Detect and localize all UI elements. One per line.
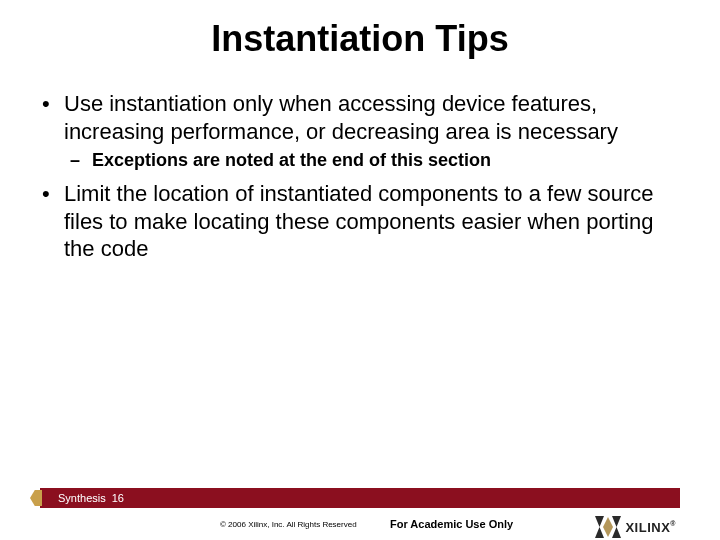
svg-marker-1 (595, 527, 604, 538)
slide-footer: Synthesis 16 © 2006 Xilinx, Inc. All Rig… (0, 488, 720, 540)
bullet-text: Use instantiation only when accessing de… (64, 91, 618, 144)
sub-bullet-item: Exceptions are noted at the end of this … (64, 149, 684, 172)
bullet-text: Limit the location of instantiated compo… (64, 181, 653, 261)
footer-bottom-row: © 2006 Xilinx, Inc. All Rights Reserved … (0, 514, 720, 540)
slide-content: Use instantiation only when accessing de… (0, 70, 720, 263)
svg-marker-4 (603, 517, 613, 537)
footer-page-number: 16 (112, 492, 124, 504)
footer-section: Synthesis (58, 492, 106, 504)
bullet-item: Limit the location of instantiated compo… (36, 180, 684, 263)
svg-marker-0 (595, 516, 604, 527)
slide-title: Instantiation Tips (0, 0, 720, 70)
logo-name: XILINX (625, 520, 670, 535)
registered-mark: ® (670, 520, 676, 527)
footer-bar: Synthesis 16 (40, 488, 680, 508)
sub-bullet-list: Exceptions are noted at the end of this … (64, 149, 684, 172)
bullet-item: Use instantiation only when accessing de… (36, 90, 684, 172)
slide: Instantiation Tips Use instantiation onl… (0, 0, 720, 540)
svg-marker-2 (612, 516, 621, 527)
xilinx-logo-text: XILINX® (625, 520, 676, 535)
sub-bullet-text: Exceptions are noted at the end of this … (92, 150, 491, 170)
xilinx-logo-icon (595, 516, 621, 538)
footer-academic-note: For Academic Use Only (390, 518, 513, 530)
footer-copyright: © 2006 Xilinx, Inc. All Rights Reserved (220, 520, 357, 529)
bullet-list: Use instantiation only when accessing de… (36, 90, 684, 263)
svg-marker-3 (612, 527, 621, 538)
xilinx-logo: XILINX® (595, 516, 676, 538)
